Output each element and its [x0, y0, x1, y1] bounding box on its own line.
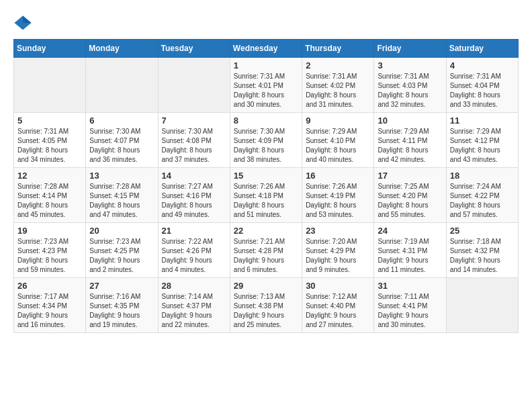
day-number: 12: [17, 171, 82, 181]
calendar-cell: 8Sunrise: 7:30 AM Sunset: 4:09 PM Daylig…: [230, 113, 302, 168]
day-info: Sunrise: 7:31 AM Sunset: 4:04 PM Dayligh…: [450, 72, 515, 109]
calendar-cell: 23Sunrise: 7:20 AM Sunset: 4:29 PM Dayli…: [302, 223, 374, 278]
day-info: Sunrise: 7:23 AM Sunset: 4:23 PM Dayligh…: [17, 237, 82, 275]
day-info: Sunrise: 7:22 AM Sunset: 4:26 PM Dayligh…: [162, 237, 226, 275]
day-info: Sunrise: 7:27 AM Sunset: 4:16 PM Dayligh…: [162, 182, 226, 220]
day-number: 1: [234, 60, 298, 71]
day-info: Sunrise: 7:28 AM Sunset: 4:14 PM Dayligh…: [17, 182, 82, 220]
day-number: 26: [17, 281, 82, 291]
calendar-cell: 5Sunrise: 7:31 AM Sunset: 4:05 PM Daylig…: [14, 113, 86, 168]
svg-marker-1: [23, 16, 32, 24]
day-number: 2: [306, 60, 370, 71]
day-info: Sunrise: 7:17 AM Sunset: 4:34 PM Dayligh…: [17, 292, 82, 330]
day-number: 10: [378, 116, 442, 126]
day-number: 6: [89, 116, 154, 126]
day-info: Sunrise: 7:26 AM Sunset: 4:18 PM Dayligh…: [234, 182, 298, 220]
day-number: 27: [89, 281, 154, 291]
calendar-cell: 15Sunrise: 7:26 AM Sunset: 4:18 PM Dayli…: [230, 168, 302, 223]
day-info: Sunrise: 7:19 AM Sunset: 4:31 PM Dayligh…: [378, 237, 442, 275]
logo-icon: [13, 13, 32, 32]
day-number: 23: [306, 226, 370, 236]
day-info: Sunrise: 7:30 AM Sunset: 4:09 PM Dayligh…: [234, 127, 298, 165]
day-number: 25: [450, 226, 515, 236]
day-number: 8: [234, 116, 298, 126]
day-info: Sunrise: 7:23 AM Sunset: 4:25 PM Dayligh…: [89, 237, 154, 275]
day-info: Sunrise: 7:14 AM Sunset: 4:37 PM Dayligh…: [162, 292, 226, 330]
weekday-header: Friday: [374, 40, 446, 58]
day-number: 28: [162, 281, 226, 291]
day-number: 4: [450, 60, 515, 71]
calendar-week-row: 5Sunrise: 7:31 AM Sunset: 4:05 PM Daylig…: [14, 113, 519, 168]
calendar-week-row: 19Sunrise: 7:23 AM Sunset: 4:23 PM Dayli…: [14, 223, 519, 278]
day-info: Sunrise: 7:26 AM Sunset: 4:19 PM Dayligh…: [306, 182, 370, 220]
day-info: Sunrise: 7:31 AM Sunset: 4:02 PM Dayligh…: [306, 72, 370, 109]
calendar-cell: 22Sunrise: 7:21 AM Sunset: 4:28 PM Dayli…: [230, 223, 302, 278]
weekday-header: Thursday: [302, 40, 374, 58]
calendar-header-row: SundayMondayTuesdayWednesdayThursdayFrid…: [14, 40, 519, 58]
day-number: 15: [234, 171, 298, 181]
day-number: 21: [162, 226, 226, 236]
calendar-cell: 14Sunrise: 7:27 AM Sunset: 4:16 PM Dayli…: [158, 168, 230, 223]
day-number: 30: [306, 281, 370, 291]
day-number: 14: [162, 171, 226, 181]
day-info: Sunrise: 7:13 AM Sunset: 4:38 PM Dayligh…: [234, 292, 298, 330]
calendar-cell: 26Sunrise: 7:17 AM Sunset: 4:34 PM Dayli…: [14, 278, 86, 333]
calendar-cell: 4Sunrise: 7:31 AM Sunset: 4:04 PM Daylig…: [446, 58, 518, 113]
calendar-cell: [86, 58, 158, 113]
calendar-cell: 6Sunrise: 7:30 AM Sunset: 4:07 PM Daylig…: [86, 113, 158, 168]
calendar-week-row: 26Sunrise: 7:17 AM Sunset: 4:34 PM Dayli…: [14, 278, 519, 333]
weekday-header: Saturday: [446, 40, 518, 58]
page-header: [13, 13, 519, 32]
calendar-cell: 12Sunrise: 7:28 AM Sunset: 4:14 PM Dayli…: [14, 168, 86, 223]
day-number: 9: [306, 116, 370, 126]
day-number: 20: [89, 226, 154, 236]
calendar-cell: 16Sunrise: 7:26 AM Sunset: 4:19 PM Dayli…: [302, 168, 374, 223]
calendar-cell: [158, 58, 230, 113]
day-info: Sunrise: 7:16 AM Sunset: 4:35 PM Dayligh…: [89, 292, 154, 330]
day-info: Sunrise: 7:21 AM Sunset: 4:28 PM Dayligh…: [234, 237, 298, 275]
calendar-cell: 2Sunrise: 7:31 AM Sunset: 4:02 PM Daylig…: [302, 58, 374, 113]
day-number: 17: [378, 171, 442, 181]
calendar-cell: 19Sunrise: 7:23 AM Sunset: 4:23 PM Dayli…: [14, 223, 86, 278]
day-info: Sunrise: 7:12 AM Sunset: 4:40 PM Dayligh…: [306, 292, 370, 330]
calendar-cell: 21Sunrise: 7:22 AM Sunset: 4:26 PM Dayli…: [158, 223, 230, 278]
calendar-cell: 1Sunrise: 7:31 AM Sunset: 4:01 PM Daylig…: [230, 58, 302, 113]
calendar-cell: 3Sunrise: 7:31 AM Sunset: 4:03 PM Daylig…: [374, 58, 446, 113]
day-number: 24: [378, 226, 442, 236]
day-info: Sunrise: 7:29 AM Sunset: 4:12 PM Dayligh…: [450, 127, 515, 165]
calendar-cell: 25Sunrise: 7:18 AM Sunset: 4:32 PM Dayli…: [446, 223, 518, 278]
calendar-cell: 7Sunrise: 7:30 AM Sunset: 4:08 PM Daylig…: [158, 113, 230, 168]
calendar-cell: 13Sunrise: 7:28 AM Sunset: 4:15 PM Dayli…: [86, 168, 158, 223]
day-info: Sunrise: 7:20 AM Sunset: 4:29 PM Dayligh…: [306, 237, 370, 275]
day-number: 13: [89, 171, 154, 181]
calendar-cell: 31Sunrise: 7:11 AM Sunset: 4:41 PM Dayli…: [374, 278, 446, 333]
day-number: 29: [234, 281, 298, 291]
calendar-week-row: 1Sunrise: 7:31 AM Sunset: 4:01 PM Daylig…: [14, 58, 519, 113]
calendar-cell: 30Sunrise: 7:12 AM Sunset: 4:40 PM Dayli…: [302, 278, 374, 333]
calendar-cell: 27Sunrise: 7:16 AM Sunset: 4:35 PM Dayli…: [86, 278, 158, 333]
day-info: Sunrise: 7:24 AM Sunset: 4:22 PM Dayligh…: [450, 182, 515, 220]
calendar-cell: 17Sunrise: 7:25 AM Sunset: 4:20 PM Dayli…: [374, 168, 446, 223]
calendar-cell: 24Sunrise: 7:19 AM Sunset: 4:31 PM Dayli…: [374, 223, 446, 278]
day-info: Sunrise: 7:30 AM Sunset: 4:08 PM Dayligh…: [162, 127, 226, 165]
day-number: 18: [450, 171, 515, 181]
day-info: Sunrise: 7:31 AM Sunset: 4:05 PM Dayligh…: [17, 127, 82, 165]
calendar-cell: [446, 278, 518, 333]
weekday-header: Tuesday: [158, 40, 230, 58]
calendar-cell: 29Sunrise: 7:13 AM Sunset: 4:38 PM Dayli…: [230, 278, 302, 333]
day-info: Sunrise: 7:28 AM Sunset: 4:15 PM Dayligh…: [89, 182, 154, 220]
day-info: Sunrise: 7:30 AM Sunset: 4:07 PM Dayligh…: [89, 127, 154, 165]
day-info: Sunrise: 7:11 AM Sunset: 4:41 PM Dayligh…: [378, 292, 442, 330]
calendar-cell: 9Sunrise: 7:29 AM Sunset: 4:10 PM Daylig…: [302, 113, 374, 168]
calendar-week-row: 12Sunrise: 7:28 AM Sunset: 4:14 PM Dayli…: [14, 168, 519, 223]
day-info: Sunrise: 7:31 AM Sunset: 4:03 PM Dayligh…: [378, 72, 442, 109]
day-info: Sunrise: 7:18 AM Sunset: 4:32 PM Dayligh…: [450, 237, 515, 275]
day-number: 3: [378, 60, 442, 71]
calendar-cell: [14, 58, 86, 113]
calendar-cell: 18Sunrise: 7:24 AM Sunset: 4:22 PM Dayli…: [446, 168, 518, 223]
day-number: 16: [306, 171, 370, 181]
calendar-cell: 28Sunrise: 7:14 AM Sunset: 4:37 PM Dayli…: [158, 278, 230, 333]
day-info: Sunrise: 7:31 AM Sunset: 4:01 PM Dayligh…: [234, 72, 298, 109]
weekday-header: Sunday: [14, 40, 86, 58]
calendar-cell: 11Sunrise: 7:29 AM Sunset: 4:12 PM Dayli…: [446, 113, 518, 168]
